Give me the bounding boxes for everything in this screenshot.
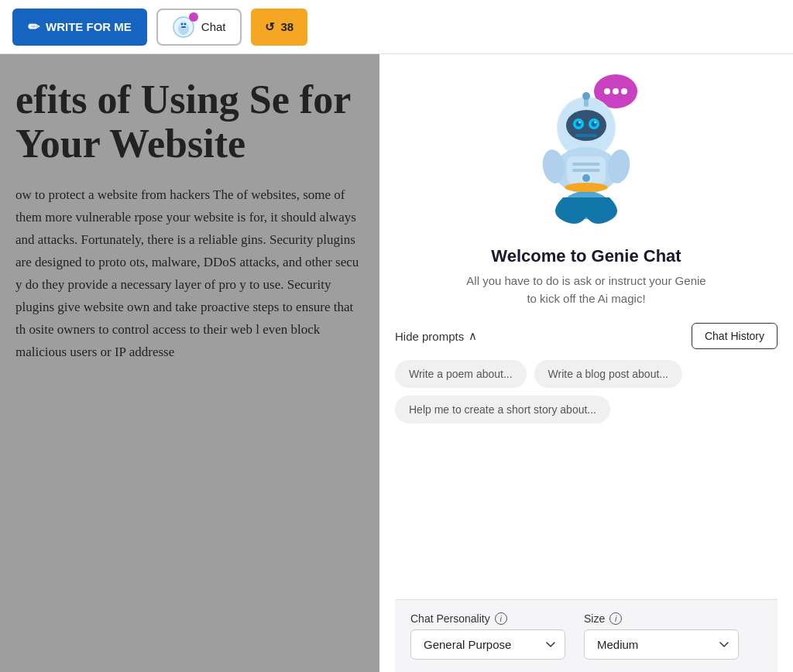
genie-robot [524, 70, 648, 225]
notification-dot [189, 12, 198, 22]
pencil-icon: ✏ [28, 19, 39, 36]
personality-group: Chat Personality i General Purpose Profe… [410, 612, 565, 660]
svg-rect-25 [572, 163, 600, 166]
welcome-subtitle: All you have to do is ask or instruct yo… [462, 273, 710, 307]
svg-point-14 [582, 92, 590, 100]
top-bar: ✏ WRITE FOR ME Chat ↺ 38 [0, 0, 793, 54]
chevron-up-icon: ∧ [469, 329, 477, 343]
article-panel: efits of Using Se for Your Website ow to… [0, 54, 379, 672]
prompt-chip-blog-label: Write a blog post about... [548, 368, 668, 380]
article-body: ow to protect a website from hackers The… [15, 184, 364, 363]
personality-label-text: Chat Personality [410, 612, 490, 625]
svg-rect-22 [575, 134, 597, 137]
write-for-me-button[interactable]: ✏ WRITE FOR ME [12, 9, 147, 46]
chat-button[interactable]: Chat [156, 9, 242, 46]
svg-rect-26 [572, 169, 600, 172]
chat-robot-icon [172, 15, 195, 39]
size-select[interactable]: Small Medium Large [584, 629, 739, 660]
article-title: efits of Using Se for Your Website [15, 77, 364, 166]
counter-button[interactable]: ↺ 38 [251, 9, 308, 46]
chat-history-button[interactable]: Chat History [692, 323, 778, 349]
prompt-chip-story[interactable]: Help me to create a short story about... [395, 396, 610, 423]
counter-value: 38 [281, 20, 294, 33]
svg-point-7 [604, 88, 610, 94]
prompt-chip-poem[interactable]: Write a poem about... [395, 360, 527, 388]
size-info-icon[interactable]: i [609, 612, 622, 625]
hide-prompts-label: Hide prompts [395, 330, 464, 343]
chat-settings: Chat Personality i General Purpose Profe… [395, 599, 778, 672]
hide-prompts-button[interactable]: Hide prompts ∧ [395, 329, 477, 343]
svg-point-9 [621, 88, 627, 94]
prompt-chip-blog[interactable]: Write a blog post about... [534, 360, 682, 388]
size-label: Size i [584, 612, 739, 625]
reload-icon: ↺ [265, 20, 275, 34]
svg-point-32 [565, 183, 608, 192]
chat-panel: Welcome to Genie Chat All you have to do… [379, 54, 793, 672]
size-group: Size i Small Medium Large [584, 612, 739, 660]
svg-rect-5 [181, 26, 186, 28]
chat-history-label: Chat History [705, 330, 764, 342]
prompt-chips: Write a poem about... Write a blog post … [395, 360, 778, 423]
size-label-text: Size [584, 612, 605, 625]
svg-point-28 [582, 174, 590, 182]
prompt-chip-story-label: Help me to create a short story about... [409, 403, 596, 416]
svg-point-20 [578, 122, 581, 124]
personality-select[interactable]: General Purpose Professional Casual Crea… [410, 629, 565, 660]
chat-label: Chat [201, 20, 226, 33]
svg-point-3 [180, 22, 183, 25]
personality-info-icon[interactable]: i [495, 612, 507, 625]
svg-point-21 [594, 122, 596, 124]
prompts-bar: Hide prompts ∧ Chat History [395, 323, 778, 349]
main-content: efits of Using Se for Your Website ow to… [0, 54, 793, 672]
welcome-title: Welcome to Genie Chat [491, 246, 681, 266]
genie-area [524, 70, 648, 234]
prompt-chip-poem-label: Write a poem about... [409, 368, 513, 380]
personality-label: Chat Personality i [410, 612, 565, 625]
svg-point-4 [184, 22, 186, 25]
svg-point-8 [613, 88, 619, 94]
write-for-me-label: WRITE FOR ME [46, 20, 132, 33]
